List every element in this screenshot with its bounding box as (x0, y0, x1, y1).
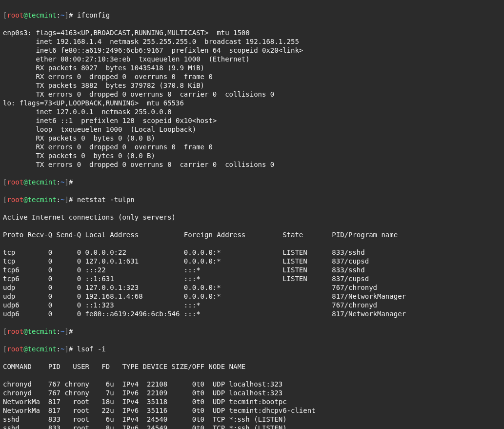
prompt-line-3: [root@tecmint:~]# netstat -tulpn (3, 195, 501, 204)
ifconfig-line: inet 127.0.0.1 netmask 255.0.0.0 (3, 107, 501, 116)
netstat-header: Active Internet connections (only server… (3, 213, 501, 222)
netstat-output: tcp 0 0 0.0.0.0:22 0.0.0.0:* LISTEN 833/… (3, 248, 501, 318)
netstat-row: tcp6 0 0 ::1:631 :::* LISTEN 837/cupsd (3, 274, 501, 283)
ifconfig-line: loop txqueuelen 1000 (Local Loopback) (3, 125, 501, 134)
lsof-row: chronyd 767 chrony 6u IPv4 22108 0t0 UDP… (3, 380, 501, 388)
ifconfig-line: TX errors 0 dropped 0 overruns 0 carrier… (3, 90, 501, 99)
lsof-row: sshd 833 root 8u IPv6 24549 0t0 TCP *:ss… (3, 424, 501, 429)
prompt-hash: # (69, 11, 77, 19)
netstat-row: udp6 0 0 ::1:323 :::* 767/chronyd (3, 301, 501, 309)
terminal-output[interactable]: [root@tecmint:~]# ifconfig enp0s3: flags… (0, 0, 504, 429)
command-ifconfig: ifconfig (77, 11, 110, 19)
lsof-row: NetworkMa 817 root 18u IPv4 35118 0t0 UD… (3, 397, 501, 406)
prompt-host: tecmint (28, 11, 57, 19)
lsof-row: NetworkMa 817 root 22u IPv6 35116 0t0 UD… (3, 406, 501, 415)
ifconfig-line: TX errors 0 dropped 0 overruns 0 carrier… (3, 160, 501, 169)
netstat-row: tcp 0 0 0.0.0.0:22 0.0.0.0:* LISTEN 833/… (3, 248, 501, 257)
prompt-at: @ (23, 11, 27, 19)
prompt-line-4: [root@tecmint:~]# (3, 327, 501, 336)
ifconfig-line: inet 192.168.1.4 netmask 255.255.255.0 b… (3, 37, 501, 46)
ifconfig-output: enp0s3: flags=4163<UP,BROADCAST,RUNNING,… (3, 28, 501, 169)
netstat-row: tcp6 0 0 :::22 :::* LISTEN 833/sshd (3, 266, 501, 274)
ifconfig-line: TX packets 0 bytes 0 (0.0 B) (3, 151, 501, 160)
ifconfig-line: inet6 ::1 prefixlen 128 scopeid 0x10<hos… (3, 116, 501, 125)
ifconfig-line: RX errors 0 dropped 0 overruns 0 frame 0 (3, 72, 501, 81)
netstat-row: tcp 0 0 127.0.0.1:631 0.0.0.0:* LISTEN 8… (3, 257, 501, 266)
prompt-user: root (7, 11, 23, 19)
netstat-row: udp 0 0 192.168.1.4:68 0.0.0.0:* 817/Net… (3, 292, 501, 301)
lsof-row: sshd 833 root 6u IPv4 24540 0t0 TCP *:ss… (3, 415, 501, 424)
ifconfig-line: RX packets 0 bytes 0 (0.0 B) (3, 134, 501, 143)
netstat-row: udp 0 0 127.0.0.1:323 0.0.0.0:* 767/chro… (3, 283, 501, 292)
prompt-line-1: [root@tecmint:~]# ifconfig (3, 11, 501, 20)
ifconfig-line: lo: flags=73<UP,LOOPBACK,RUNNING> mtu 65… (3, 99, 501, 107)
prompt-line-2: [root@tecmint:~]# (3, 178, 501, 186)
ifconfig-line: enp0s3: flags=4163<UP,BROADCAST,RUNNING,… (3, 28, 501, 37)
ifconfig-line: RX errors 0 dropped 0 overruns 0 frame 0 (3, 143, 501, 151)
netstat-columns: Proto Recv-Q Send-Q Local Address Foreig… (3, 230, 501, 239)
ifconfig-line: ether 08:00:27:10:3e:eb txqueuelen 1000 … (3, 55, 501, 63)
command-netstat: netstat -tulpn (77, 196, 135, 204)
ifconfig-line: TX packets 3882 bytes 379782 (370.8 KiB) (3, 81, 501, 90)
lsof-row: chronyd 767 chrony 7u IPv6 22109 0t0 UDP… (3, 388, 501, 397)
prompt-line-5: [root@tecmint:~]# lsof -i (3, 345, 501, 353)
lsof-columns: COMMAND PID USER FD TYPE DEVICE SIZE/OFF… (3, 362, 501, 371)
bracket-close: ] (64, 11, 68, 19)
prompt-colon: : (57, 11, 60, 19)
ifconfig-line: RX packets 8027 bytes 10435418 (9.9 MiB) (3, 63, 501, 72)
lsof-output: chronyd 767 chrony 6u IPv4 22108 0t0 UDP… (3, 380, 501, 429)
ifconfig-line: inet6 fe80::a619:2496:6cb6:9167 prefixle… (3, 46, 501, 55)
command-lsof: lsof -i (77, 345, 106, 353)
netstat-row: udp6 0 0 fe80::a619:2496:6cb:546 :::* 81… (3, 309, 501, 318)
